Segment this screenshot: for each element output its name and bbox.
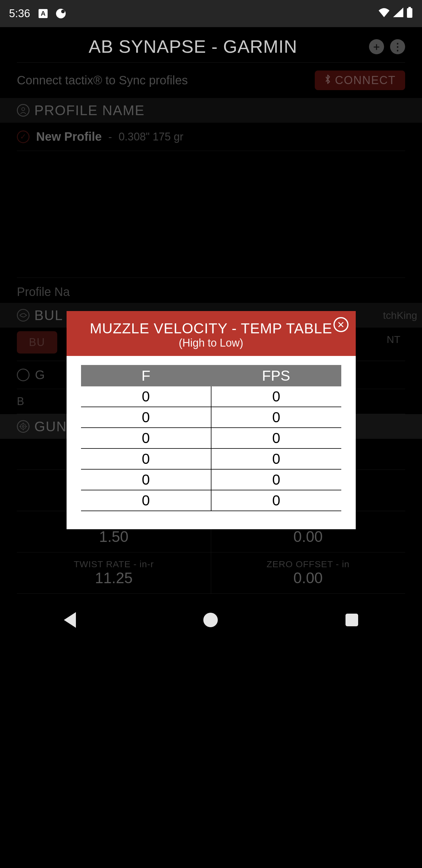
col-header-f: F <box>81 365 211 386</box>
fps-input[interactable]: 0 <box>212 428 341 449</box>
wifi-icon <box>378 7 390 20</box>
table-row: 0 0 <box>81 449 341 470</box>
app-title: AB SYNAPSE - GARMIN <box>89 36 297 57</box>
status-bar: 5:36 A <box>0 0 422 27</box>
nav-back-icon[interactable] <box>64 612 76 628</box>
modal-header: MUZZLE VELOCITY - TEMP TABLE (High to Lo… <box>67 311 356 356</box>
fps-input[interactable]: 0 <box>212 386 341 407</box>
table-header: F FPS <box>81 365 341 386</box>
status-icon-a: A <box>38 9 47 18</box>
status-time: 5:36 <box>9 7 30 20</box>
col-header-fps: FPS <box>211 365 341 386</box>
table-row: 0 0 <box>81 470 341 490</box>
fps-input[interactable]: 0 <box>212 470 341 490</box>
mv-temp-table: F FPS 0 0 0 0 0 0 0 0 <box>81 365 341 511</box>
cell-icon <box>393 7 403 20</box>
nav-home-icon[interactable] <box>203 613 218 627</box>
table-row: 0 0 <box>81 490 341 511</box>
temp-input[interactable]: 0 <box>81 490 212 511</box>
svg-rect-0 <box>409 7 411 8</box>
modal-title: MUZZLE VELOCITY - TEMP TABLE <box>73 320 350 337</box>
status-icon-circle <box>56 9 66 19</box>
table-row: 0 0 <box>81 386 341 407</box>
modal-subtitle: (High to Low) <box>73 337 350 349</box>
table-row: 0 0 <box>81 407 341 428</box>
battery-icon <box>406 7 413 21</box>
temp-input[interactable]: 0 <box>81 428 212 449</box>
temp-input[interactable]: 0 <box>81 470 212 490</box>
android-nav-bar <box>0 600 422 640</box>
fps-input[interactable]: 0 <box>212 449 341 470</box>
mv-temp-table-modal: MUZZLE VELOCITY - TEMP TABLE (High to Lo… <box>67 311 356 529</box>
table-row: 0 0 <box>81 428 341 449</box>
fps-input[interactable]: 0 <box>212 490 341 511</box>
temp-input[interactable]: 0 <box>81 386 212 407</box>
temp-input[interactable]: 0 <box>81 407 212 428</box>
more-button[interactable]: ⋮ <box>390 39 405 54</box>
nav-recent-icon[interactable] <box>346 614 358 626</box>
svg-rect-1 <box>407 8 412 18</box>
close-icon[interactable]: ✕ <box>333 317 349 332</box>
add-button[interactable]: ＋ <box>369 39 384 54</box>
temp-input[interactable]: 0 <box>81 449 212 470</box>
fps-input[interactable]: 0 <box>212 407 341 428</box>
